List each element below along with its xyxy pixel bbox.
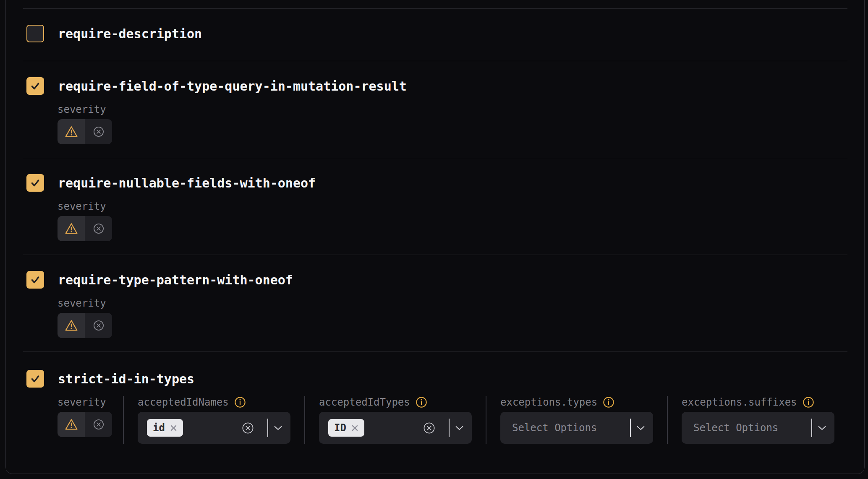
rule-row-require-type-pattern-with-oneof: require-type-pattern-with-oneof severity <box>23 255 847 351</box>
select-placeholder: Select Options <box>693 422 778 434</box>
severity-toggle-group <box>58 313 112 338</box>
severity-label: severity <box>58 103 847 116</box>
checkmark-icon <box>30 373 41 384</box>
rule-name: require-description <box>58 26 202 41</box>
severity-toggle-group <box>58 216 112 241</box>
severity-toggle-group <box>58 119 112 144</box>
chevron-down-icon <box>637 426 645 430</box>
checkmark-icon <box>30 274 41 285</box>
severity-off-button[interactable] <box>85 119 112 144</box>
severity-label: severity <box>58 396 109 409</box>
severity-warn-button[interactable] <box>58 412 85 437</box>
tag-label: ID <box>334 422 346 434</box>
info-icon[interactable] <box>416 396 427 408</box>
control-divider <box>449 419 450 437</box>
severity-off-button[interactable] <box>85 216 112 241</box>
field-exceptions-types: exceptions.types Select Options <box>486 396 667 444</box>
field-severity: severity <box>58 396 123 444</box>
acceptedIdTypes-multiselect[interactable]: ID <box>319 412 472 444</box>
rule-name: strict-id-in-types <box>58 372 194 386</box>
exceptions-types-select[interactable]: Select Options <box>500 412 653 444</box>
chevron-down-icon <box>455 426 463 430</box>
circle-x-icon <box>93 419 105 430</box>
clear-all-button[interactable] <box>423 422 435 434</box>
clear-circle-x-icon <box>242 422 254 434</box>
field-acceptedIdNames: acceptedIdNames id <box>123 396 304 444</box>
circle-x-icon <box>93 320 105 331</box>
checkmark-icon <box>30 177 41 188</box>
info-icon[interactable] <box>234 396 246 408</box>
dropdown-toggle[interactable] <box>274 426 282 430</box>
tag-chip: ID <box>328 419 364 437</box>
rule-enable-checkbox[interactable] <box>26 77 44 95</box>
rule-name: require-field-of-type-query-in-mutation-… <box>58 79 407 94</box>
acceptedIdNames-multiselect[interactable]: id <box>138 412 290 444</box>
field-label-text: acceptedIdNames <box>138 396 229 409</box>
field-label-text: acceptedIdTypes <box>319 396 410 409</box>
select-placeholder: Select Options <box>512 422 597 434</box>
rules-list: require-description require-field-of-typ… <box>6 0 864 474</box>
severity-label: severity <box>58 200 847 213</box>
field-acceptedIdTypes: acceptedIdTypes ID <box>304 396 486 444</box>
field-label-text: exceptions.suffixes <box>682 396 797 409</box>
rule-enable-checkbox[interactable] <box>26 370 44 388</box>
warning-triangle-icon <box>65 125 78 138</box>
clear-circle-x-icon <box>423 422 435 434</box>
severity-warn-button[interactable] <box>58 216 85 241</box>
severity-warn-button[interactable] <box>58 313 85 338</box>
rule-enable-checkbox[interactable] <box>26 271 44 289</box>
clear-all-button[interactable] <box>242 422 254 434</box>
tag-chip: id <box>147 419 183 437</box>
warning-triangle-icon <box>65 319 78 332</box>
severity-toggle-group <box>58 412 112 437</box>
circle-x-icon <box>93 126 105 138</box>
dropdown-toggle[interactable] <box>637 426 645 430</box>
rules-panel: require-description require-field-of-typ… <box>5 0 865 474</box>
severity-label: severity <box>58 297 847 310</box>
control-divider <box>630 419 631 437</box>
severity-warn-button[interactable] <box>58 119 85 144</box>
rule-row-strict-id-in-types: strict-id-in-types severity <box>23 351 847 444</box>
rule-name: require-nullable-fields-with-oneof <box>58 176 316 190</box>
rule-name: require-type-pattern-with-oneof <box>58 273 293 287</box>
warning-triangle-icon <box>65 222 78 235</box>
rule-enable-checkbox[interactable] <box>26 174 44 192</box>
circle-x-icon <box>93 223 105 234</box>
dropdown-toggle[interactable] <box>455 426 463 430</box>
rule-enable-checkbox[interactable] <box>26 25 44 42</box>
info-icon[interactable] <box>603 396 614 408</box>
remove-tag-icon[interactable] <box>351 424 358 432</box>
tag-label: id <box>153 422 165 434</box>
rule-row-require-description: require-description <box>23 8 847 61</box>
warning-triangle-icon <box>65 418 78 431</box>
field-label-text: exceptions.types <box>500 396 597 409</box>
dropdown-toggle[interactable] <box>818 426 826 430</box>
severity-off-button[interactable] <box>85 412 112 437</box>
remove-tag-icon[interactable] <box>170 424 177 432</box>
field-exceptions-suffixes: exceptions.suffixes Select Options <box>667 396 848 444</box>
rule-row-require-field-of-type-query-in-mutation-result: require-field-of-type-query-in-mutation-… <box>23 61 847 158</box>
control-divider <box>267 419 268 437</box>
control-divider <box>811 419 812 437</box>
chevron-down-icon <box>818 426 826 430</box>
severity-off-button[interactable] <box>85 313 112 338</box>
info-icon[interactable] <box>803 396 814 408</box>
rule-row-require-nullable-fields-with-oneof: require-nullable-fields-with-oneof sever… <box>23 158 847 255</box>
chevron-down-icon <box>274 426 282 430</box>
checkmark-icon <box>30 81 41 91</box>
exceptions-suffixes-select[interactable]: Select Options <box>682 412 834 444</box>
